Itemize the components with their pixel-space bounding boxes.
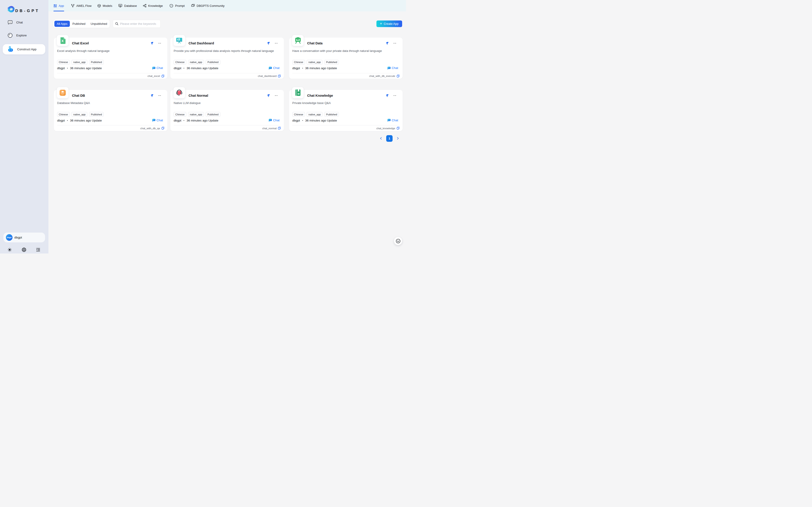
svg-text:X: X: [61, 39, 64, 43]
svg-text:SQL: SQL: [119, 5, 121, 6]
